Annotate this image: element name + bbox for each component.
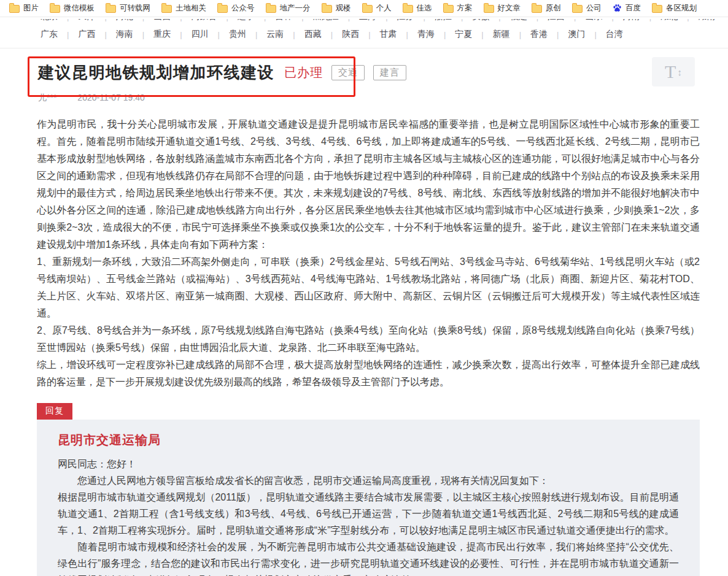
province-link-label[interactable]: 天津 — [76, 19, 98, 22]
bookmark-folder[interactable]: 佳选 — [403, 3, 432, 13]
reply-body: 网民同志：您好！ 您通过人民网地方领导留言板给成发省长的留言收悉，昆明市交通运输… — [58, 456, 679, 576]
province-link[interactable]: 山西 | — [151, 19, 188, 22]
province-link-label[interactable]: 香港 — [528, 29, 550, 40]
province-link-label[interactable]: 澳门 — [565, 29, 587, 40]
province-link-label[interactable]: 广东 — [38, 29, 60, 40]
topic-tag[interactable]: 交通 — [331, 65, 365, 80]
province-link[interactable]: 天津 | — [76, 19, 113, 22]
province-link-label[interactable]: 云南 — [264, 29, 286, 40]
province-link-label[interactable]: 河北 — [114, 19, 136, 22]
folder-icon — [50, 5, 60, 13]
province-link[interactable]: 辽宁 | — [235, 19, 273, 22]
nav-separator: | — [218, 30, 220, 39]
main-content: 建议昆明地铁规划增加环线建设 已办理 交通 建言 T ↕ 儿*** 2020-1… — [0, 48, 728, 576]
province-link[interactable]: 台湾 | — [603, 29, 625, 40]
province-link[interactable]: 黑龙江 | — [311, 19, 357, 22]
province-link-label[interactable]: 贵州 — [227, 29, 249, 40]
province-link[interactable]: 四川 | — [189, 29, 227, 40]
province-link[interactable]: 广东 | — [38, 29, 76, 40]
province-link-label[interactable]: 江苏 — [395, 19, 417, 22]
province-link-label[interactable]: 四川 — [189, 29, 211, 40]
province-link[interactable]: 重庆 | — [151, 29, 188, 40]
province-link-label[interactable]: 安徽 — [470, 19, 492, 22]
bookmark-folder[interactable]: 微信模板 — [50, 3, 95, 13]
baidu-paw-icon — [613, 4, 622, 13]
province-link-label[interactable]: 海南 — [114, 29, 136, 40]
province-link-label[interactable]: 浙江 — [432, 19, 454, 22]
province-link-label[interactable]: 重庆 — [151, 29, 173, 40]
province-link[interactable]: 香港 | — [528, 29, 565, 40]
bookmark-folder[interactable]: 观楼 — [322, 3, 351, 13]
province-link-label[interactable]: 河南 — [621, 19, 643, 22]
province-link[interactable]: 吉林 | — [273, 19, 310, 22]
bookmark-folder[interactable]: 图片 — [9, 3, 39, 13]
bookmark-folder[interactable]: 原创 — [532, 3, 561, 13]
province-link-label[interactable]: 辽宁 — [235, 19, 257, 22]
font-size-tool[interactable]: T ↕ — [652, 57, 695, 86]
province-link-label[interactable]: 甘肃 — [378, 29, 400, 40]
province-link-label[interactable]: 北京 — [38, 19, 60, 22]
bookmark-folder[interactable]: 地产一分 — [266, 3, 311, 13]
province-link-label[interactable]: 福建 — [508, 19, 530, 22]
province-link[interactable]: 上海 | — [357, 19, 394, 22]
bookmark-folder[interactable]: 土地相关 — [161, 3, 206, 13]
province-link-label[interactable]: 湖北 — [658, 19, 680, 22]
province-link[interactable]: 西藏 | — [302, 29, 339, 40]
province-link-label[interactable]: 新疆 — [490, 29, 513, 40]
bookmark-folder[interactable]: 各区规划 — [652, 3, 697, 13]
bookmark-folder[interactable]: 方案 — [443, 3, 473, 13]
province-link-label[interactable]: 黑龙江 — [311, 19, 341, 22]
province-link-label[interactable]: 湖南 — [696, 19, 718, 22]
province-link[interactable]: 内蒙古 | — [189, 19, 235, 22]
province-link-label[interactable]: 山西 — [151, 19, 173, 22]
topic-tag[interactable]: 建言 — [373, 65, 406, 80]
province-link[interactable]: 海南 | — [114, 29, 151, 40]
province-link[interactable]: 宁夏 | — [452, 29, 490, 40]
province-link-label[interactable]: 上海 — [357, 19, 379, 22]
nav-separator: | — [180, 19, 182, 21]
province-link[interactable]: 云南 | — [264, 29, 301, 40]
province-link-label[interactable]: 吉林 — [273, 19, 295, 22]
province-link[interactable]: 青海 | — [415, 29, 452, 40]
province-link[interactable]: 北京 | — [38, 19, 76, 22]
bookmark-label: 百度 — [625, 3, 641, 13]
province-link-label[interactable]: 内蒙古 — [189, 19, 220, 22]
province-link[interactable]: 甘肃 | — [378, 29, 415, 40]
province-link[interactable]: 湖北 | — [658, 19, 695, 22]
province-link-label[interactable]: 宁夏 — [452, 29, 474, 40]
province-link-label[interactable]: 青海 — [415, 29, 437, 40]
bookmark-folder[interactable]: 公司 — [572, 3, 602, 13]
province-link[interactable]: 湖南 | — [696, 19, 718, 22]
reply-badge[interactable]: 回复 — [37, 403, 72, 420]
bookmark-baidu[interactable]: 百度 — [613, 3, 641, 13]
nav-separator: | — [293, 30, 295, 39]
province-link[interactable]: 浙江 | — [432, 19, 470, 22]
province-link[interactable]: 江西 | — [545, 19, 583, 22]
province-link[interactable]: 广西 | — [76, 29, 113, 40]
province-link[interactable]: 陕西 | — [339, 29, 377, 40]
province-link[interactable]: 江苏 | — [395, 19, 432, 22]
province-link[interactable]: 河南 | — [621, 19, 658, 22]
province-link-label[interactable]: 台湾 — [603, 29, 625, 40]
province-link[interactable]: 山东 | — [583, 19, 620, 22]
bookmark-label: 佳选 — [417, 3, 432, 13]
province-link[interactable]: 河北 | — [114, 19, 151, 22]
province-link[interactable]: 新疆 | — [490, 29, 528, 40]
post-paragraph: 1、重新规划一条环线，大致沿二环高架外侧走向，可串联（换乘）2号线金星站、5号线… — [37, 253, 700, 322]
province-link-label[interactable]: 山东 — [583, 19, 605, 22]
bookmark-folder[interactable]: 好文章 — [484, 3, 521, 13]
province-link[interactable]: 澳门 | — [565, 29, 603, 40]
province-link-label[interactable]: 陕西 — [339, 29, 362, 40]
province-nav-row2: 广东 | 广西 | 海南 | 重庆 | 四川 | — [38, 29, 728, 40]
province-link[interactable]: 贵州 | — [227, 29, 264, 40]
province-link-label[interactable]: 广西 — [76, 29, 98, 40]
bookmark-folder[interactable]: 公众号 — [217, 3, 255, 13]
province-link-label[interactable]: 江西 — [545, 19, 567, 22]
nav-separator: | — [519, 30, 521, 39]
province-link[interactable]: 福建 | — [508, 19, 545, 22]
bookmark-folder[interactable]: 可转载网 — [106, 3, 150, 13]
province-link[interactable]: 安徽 | — [470, 19, 507, 22]
province-link-label[interactable]: 西藏 — [302, 29, 324, 40]
nav-separator: | — [67, 19, 69, 21]
bookmark-folder[interactable]: 个人 — [362, 3, 392, 13]
